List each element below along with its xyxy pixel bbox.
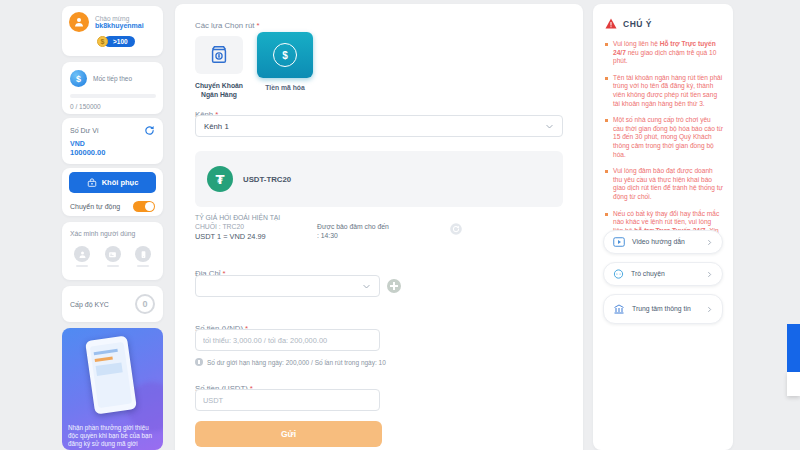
wallet-icon [87, 178, 97, 188]
id-card-icon [105, 246, 121, 262]
kyc-level-badge: 0 [135, 294, 155, 314]
bullet-icon [605, 43, 608, 46]
auto-transfer-toggle[interactable] [133, 201, 155, 212]
daily-limit-note: Số dư giới hạn hàng ngày: 200,000 / Số l… [195, 358, 386, 366]
user-avatar-icon [69, 12, 89, 32]
kyc-card: Cấp độ KYC 0 [62, 286, 163, 322]
greeting-text: Chào mừng [95, 15, 144, 22]
verify-status-line [107, 265, 119, 267]
notice-item: Tên tài khoản ngân hàng rút tiền phải tr… [605, 74, 723, 108]
rate-chain: CHUỖI : TRC20 [195, 223, 305, 230]
notice-item: Một số nhà cung cấp trò chơi yêu cầu thờ… [605, 116, 723, 159]
chat-icon [613, 269, 624, 280]
wallet-amount: 100000.00 [70, 148, 155, 157]
info-center-link[interactable]: Trung tâm thông tin [603, 294, 723, 324]
option-crypto-label: Tiền mã hóa [257, 84, 313, 93]
milestone-label: Mốc tiếp theo [93, 75, 132, 82]
amount-usdt-input[interactable] [195, 389, 380, 411]
milestone-progress-text: 0 / 150000 [70, 103, 156, 110]
bullet-icon [605, 119, 608, 122]
floating-side-widget[interactable] [787, 324, 800, 372]
refresh-icon[interactable] [144, 125, 155, 136]
rate-guarantee: Được bảo đảm cho đến : 14:30 [317, 214, 389, 240]
bullet-icon [605, 213, 608, 216]
milestone-coin-icon: $ [70, 70, 87, 87]
verify-status-line [137, 265, 149, 267]
restore-button[interactable]: Khôi phục [69, 172, 156, 193]
add-address-button[interactable] [387, 279, 401, 293]
notice-item: Vui lòng đảm bảo đạt được doanh thu yêu … [605, 167, 723, 201]
option-crypto[interactable]: $ [257, 32, 313, 78]
vip-badge-value: >100 [104, 36, 135, 47]
phone-graphic [85, 335, 137, 414]
channel-select[interactable]: Kênh 1 [195, 115, 563, 137]
wallet-actions-card: Khôi phục Chuyển tự động [62, 168, 163, 216]
video-guide-link[interactable]: Video hướng dẫn [603, 230, 723, 254]
bullet-icon [605, 77, 608, 80]
chevron-right-icon [706, 306, 713, 313]
auto-transfer-label: Chuyển tự động [70, 203, 120, 210]
video-icon [613, 237, 625, 247]
person-icon [73, 16, 85, 28]
address-select[interactable] [195, 275, 380, 297]
coin-name: USDT-TRC20 [243, 175, 291, 184]
withdraw-form-card: Các lựa Chọn rút* $ Chuyển Khoản Ngân Hà… [175, 4, 583, 450]
username[interactable]: bk8khuyenmai [95, 22, 144, 29]
promo-text: Nhận phần thưởng giới thiệu độc quyền kh… [68, 424, 159, 448]
verification-label: Xác minh người dùng [70, 230, 155, 237]
rate-title: TỶ GIÁ HỐI ĐOÁI HIỆN TẠI [195, 214, 305, 221]
verify-status-line [76, 265, 88, 267]
bullet-icon [605, 170, 608, 173]
option-bank-transfer[interactable] [195, 36, 243, 74]
warning-icon [605, 18, 617, 29]
floating-side-widget-secondary[interactable] [787, 372, 800, 396]
coin-icon: $ [97, 36, 108, 47]
phone-icon [135, 246, 151, 262]
milestone-progress-bar [70, 94, 156, 98]
toggle-knob [145, 202, 154, 211]
milestone-card: $ Mốc tiếp theo 0 / 150000 [62, 62, 163, 114]
verify-phone[interactable] [135, 246, 151, 267]
amount-vnd-input[interactable] [195, 329, 380, 351]
referral-promo-banner[interactable]: Nhận phần thưởng giới thiệu độc quyền kh… [62, 328, 163, 450]
bank-transfer-icon [208, 44, 230, 66]
chevron-down-icon [362, 282, 371, 291]
rate-value: USDT 1 = VND 24.99 [195, 232, 305, 241]
chevron-down-icon [545, 122, 554, 131]
wallet-card: Số Dư Ví VND 100000.00 [62, 118, 163, 164]
notice-item: Vui lòng liên hệ Hỗ trợ Trực tuyến 24/7 … [605, 40, 723, 66]
info-icon [195, 358, 203, 366]
wallet-currency: VND [70, 140, 155, 147]
form-title: Các lựa Chọn rút* [195, 14, 259, 32]
notice-list: Vui lòng liên hệ Hỗ trợ Trực tuyến 24/7 … [605, 40, 723, 252]
restore-button-label: Khôi phục [102, 178, 139, 187]
greeting-card: Chào mừng bk8khuyenmai $ >100 [62, 6, 163, 56]
notice-title: CHÚ Ý [623, 19, 652, 29]
vip-badge[interactable]: $ >100 [97, 36, 157, 47]
chat-link[interactable]: Trò chuyện [603, 262, 723, 286]
channel-select-value: Kênh 1 [204, 122, 229, 131]
info-center-icon [613, 303, 625, 315]
verify-identity[interactable] [74, 246, 90, 267]
rate-refresh-icon[interactable] [449, 222, 463, 236]
person-verify-icon [74, 246, 90, 262]
chevron-right-icon [706, 239, 713, 246]
verification-card: Xác minh người dùng [62, 222, 163, 280]
selected-coin-card[interactable]: ₮ USDT-TRC20 [195, 151, 563, 207]
crypto-coin-icon: $ [273, 43, 297, 67]
option-bank-label: Chuyển Khoản Ngân Hàng [183, 82, 255, 99]
chevron-right-icon [706, 271, 713, 278]
wallet-label: Số Dư Ví [70, 127, 99, 134]
tether-icon: ₮ [207, 166, 233, 192]
submit-button[interactable]: Gửi [195, 421, 382, 447]
verify-id-card[interactable] [105, 246, 121, 267]
notice-card: CHÚ Ý Vui lòng liên hệ Hỗ trợ Trực tuyến… [593, 4, 733, 450]
kyc-label: Cấp độ KYC [70, 301, 109, 308]
exchange-rate-block: TỶ GIÁ HỐI ĐOÁI HIỆN TẠI CHUỖI : TRC20 U… [195, 214, 563, 241]
